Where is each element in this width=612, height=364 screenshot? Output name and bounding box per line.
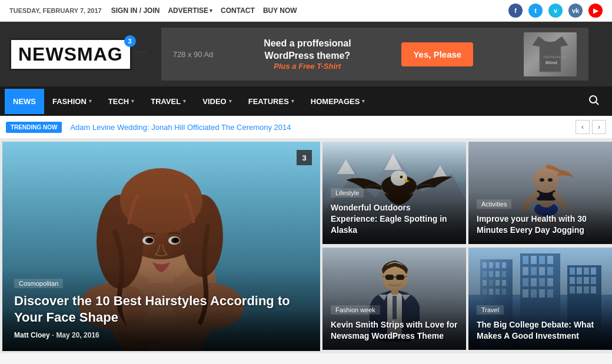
logo-dots <box>134 51 147 57</box>
date-label: TUESDAY, FEBRUARY 7, 2017 <box>9 7 102 14</box>
ad-sub: Plus a Free T-Shirt <box>264 62 351 71</box>
banner-area: NEWSMAG 3 728 x 90 Ad Need a proffesiona… <box>0 22 612 86</box>
ad-size-label: 728 x 90 Ad <box>173 50 214 59</box>
hero-overlay: Cosmopolitan Discover the 10 Best Hairst… <box>2 267 320 351</box>
college-category: Travel <box>477 305 504 315</box>
banner-cta-button[interactable]: Yes, Please <box>401 42 473 66</box>
college-title: The Big College Debate: What Makes A Goo… <box>477 319 604 342</box>
chevron-down-icon: ▾ <box>131 98 134 104</box>
logo-container: NEWSMAG 3 <box>9 38 147 71</box>
chevron-down-icon: ▾ <box>209 8 212 14</box>
nav-item-news[interactable]: NEWS <box>5 89 44 114</box>
nav-bar: NEWS FASHION ▾ TECH ▾ TRAVEL ▾ VIDEO ▾ F… <box>0 86 612 116</box>
tshirt-svg: TANTRUM TO Blind <box>527 34 574 75</box>
signin-link[interactable]: SIGN IN / JOIN <box>111 6 160 15</box>
vimeo-icon[interactable]: v <box>548 4 563 18</box>
nav-item-features[interactable]: FEATURES ▾ <box>240 89 302 114</box>
college-overlay: Travel The Big College Debate: What Make… <box>468 297 612 350</box>
runner-overlay: Activities Improve your Health with 30 M… <box>468 191 612 244</box>
eagle-card[interactable]: Lifestyle Wonderful Outdoors Experience:… <box>322 142 466 244</box>
runner-category: Activities <box>477 199 511 209</box>
hero-card[interactable]: 3 Cosmopolitan Discover the 10 Best Hair… <box>2 142 320 351</box>
chevron-down-icon: ▾ <box>291 98 294 104</box>
vk-icon[interactable]: vk <box>568 4 583 18</box>
chevron-down-icon: ▾ <box>183 98 186 104</box>
trending-prev-button[interactable]: ‹ <box>576 120 590 134</box>
hero-author: Matt Cloey <box>14 331 50 339</box>
nav-item-travel[interactable]: TRAVEL ▾ <box>142 89 194 114</box>
hero-title: Discover the 10 Best Hairstyles Accordin… <box>14 293 308 326</box>
youtube-icon[interactable]: ▶ <box>588 4 603 18</box>
runner-card[interactable]: Activities Improve your Health with 30 M… <box>468 142 612 244</box>
svg-text:Blind: Blind <box>546 60 557 65</box>
nav-item-video[interactable]: VIDEO ▾ <box>194 89 240 114</box>
eagle-overlay: Lifestyle Wonderful Outdoors Experience:… <box>322 180 466 244</box>
trending-text: Adam Levine Wedding: Jonah Hill Officiat… <box>70 123 576 132</box>
twitter-icon[interactable]: t <box>528 4 543 18</box>
logo-box: NEWSMAG 3 <box>9 38 132 71</box>
runner-title: Improve your Health with 30 Minutes Ever… <box>477 213 604 236</box>
main-grid: 3 Cosmopolitan Discover the 10 Best Hair… <box>0 139 612 353</box>
svg-point-2 <box>590 96 597 103</box>
svg-line-3 <box>596 102 598 105</box>
top-bar-left: TUESDAY, FEBRUARY 7, 2017 SIGN IN / JOIN… <box>9 6 297 15</box>
chevron-down-icon: ▾ <box>89 98 92 104</box>
facebook-icon[interactable]: f <box>508 4 523 18</box>
logo-badge: 3 <box>124 35 136 47</box>
buynow-link[interactable]: BUY NOW <box>263 6 297 15</box>
eagle-category: Lifestyle <box>331 188 364 198</box>
chevron-down-icon: ▾ <box>229 98 232 104</box>
chevron-down-icon: ▾ <box>362 98 365 104</box>
fashion-category: Fashion week <box>331 305 380 315</box>
fashion-title: Kevin Smith Strips with Love for Newsmag… <box>331 319 458 342</box>
banner-ad[interactable]: 728 x 90 Ad Need a proffesionalWordPress… <box>161 28 588 81</box>
top-bar-links: SIGN IN / JOIN ADVERTISE ▾ CONTACT BUY N… <box>111 6 297 15</box>
tshirt-image: TANTRUM TO Blind <box>524 32 577 76</box>
trending-nav: ‹ › <box>576 120 606 134</box>
ad-content: Need a proffesionalWordPress theme? Plus… <box>264 38 351 71</box>
contact-link[interactable]: CONTACT <box>221 6 255 15</box>
logo-text: NEWSMAG <box>18 44 123 65</box>
nav-item-homepages[interactable]: HOMEPAGES ▾ <box>302 89 374 114</box>
trending-bar: TRENDING NOW Adam Levine Wedding: Jonah … <box>0 116 612 139</box>
svg-text:TANTRUM TO: TANTRUM TO <box>543 55 566 59</box>
social-icons: f t v vk ▶ <box>508 4 603 18</box>
ad-headline: Need a proffesionalWordPress theme? <box>264 38 351 62</box>
hero-badge: 3 <box>297 150 312 165</box>
hero-category: Cosmopolitan <box>14 279 63 288</box>
nav-item-tech[interactable]: TECH ▾ <box>100 89 142 114</box>
hero-meta: Matt Cloey - May 20, 2016 <box>14 331 308 339</box>
search-icon[interactable] <box>580 86 607 116</box>
eagle-title: Wonderful Outdoors Experience: Eagle Spo… <box>331 202 458 236</box>
hero-date: May 20, 2016 <box>56 331 99 339</box>
trending-badge: TRENDING NOW <box>6 122 62 133</box>
fashion-overlay: Fashion week Kevin Smith Strips with Lov… <box>322 297 466 350</box>
nav-item-fashion[interactable]: FASHION ▾ <box>44 89 100 114</box>
trending-next-button[interactable]: › <box>592 120 606 134</box>
advertise-link[interactable]: ADVERTISE ▾ <box>168 6 212 15</box>
fashion-card[interactable]: Fashion week Kevin Smith Strips with Lov… <box>322 248 466 350</box>
top-bar: TUESDAY, FEBRUARY 7, 2017 SIGN IN / JOIN… <box>0 0 612 22</box>
college-card[interactable]: Travel The Big College Debate: What Make… <box>468 248 612 350</box>
